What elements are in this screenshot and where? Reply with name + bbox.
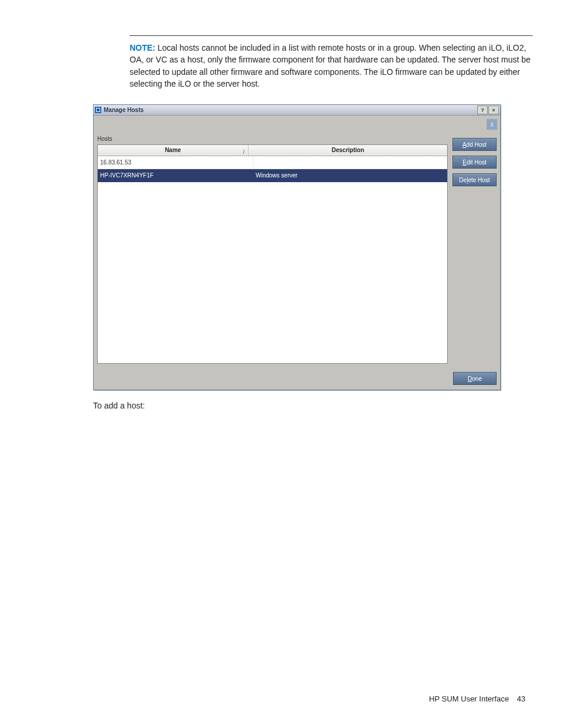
window-title: Manage Hosts bbox=[104, 107, 144, 113]
note-text: Local hosts cannot be included in a list… bbox=[130, 43, 531, 88]
button-text: dd Host bbox=[467, 141, 487, 148]
hosts-table: Name / Description 16.83.61.53 HP-I bbox=[97, 144, 448, 364]
mnemonic: D bbox=[468, 375, 472, 382]
sort-indicator-icon: / bbox=[243, 147, 244, 157]
host-count-badge: 2 bbox=[487, 119, 497, 130]
delete-host-button[interactable]: Delete Host bbox=[452, 173, 497, 186]
app-icon bbox=[95, 107, 101, 113]
button-text-pre: De bbox=[459, 177, 467, 183]
button-text: dit Host bbox=[467, 159, 487, 166]
side-button-column: Add Host Edit Host Delete Host bbox=[448, 134, 498, 364]
instruction-text: To add a host: bbox=[93, 401, 533, 410]
mnemonic: E bbox=[462, 159, 467, 166]
footer-section: HP SUM User Interface bbox=[429, 694, 509, 703]
table-header-row: Name / Description bbox=[98, 145, 447, 156]
cell-description bbox=[253, 156, 447, 169]
titlebar: Manage Hosts ? × bbox=[94, 105, 500, 116]
sub-band: 2 bbox=[94, 116, 500, 133]
bottom-bar: Done bbox=[94, 366, 500, 390]
done-button[interactable]: Done bbox=[453, 372, 497, 385]
mnemonic: A bbox=[462, 141, 467, 148]
table-row[interactable]: HP-IVC7XRN4YF1F Windows server bbox=[98, 169, 447, 182]
button-text: one bbox=[472, 375, 482, 382]
column-header-name-text: Name bbox=[165, 147, 181, 153]
manage-hosts-window: Manage Hosts ? × 2 Hosts Name / bbox=[93, 104, 501, 390]
screenshot-container: Manage Hosts ? × 2 Hosts Name / bbox=[93, 104, 501, 390]
table-body: 16.83.61.53 HP-IVC7XRN4YF1F Windows serv… bbox=[98, 156, 447, 363]
cell-description: Windows server bbox=[253, 169, 447, 182]
note-label: NOTE: bbox=[130, 43, 156, 52]
column-header-name[interactable]: Name / bbox=[98, 145, 249, 156]
hosts-label: Hosts bbox=[97, 134, 448, 144]
svg-rect-2 bbox=[97, 108, 100, 111]
note-block: NOTE: Local hosts cannot be included in … bbox=[130, 35, 533, 93]
page-footer: HP SUM User Interface 43 bbox=[429, 694, 525, 703]
column-header-description[interactable]: Description bbox=[249, 145, 447, 156]
edit-host-button[interactable]: Edit Host bbox=[452, 156, 497, 169]
help-button[interactable]: ? bbox=[477, 106, 488, 114]
close-button[interactable]: × bbox=[488, 106, 499, 114]
cell-name: 16.83.61.53 bbox=[98, 156, 253, 169]
add-host-button[interactable]: Add Host bbox=[452, 138, 497, 151]
cell-name: HP-IVC7XRN4YF1F bbox=[98, 169, 253, 182]
table-row[interactable]: 16.83.61.53 bbox=[98, 156, 447, 169]
button-text: ete Host bbox=[468, 177, 490, 183]
page-number: 43 bbox=[517, 694, 525, 703]
